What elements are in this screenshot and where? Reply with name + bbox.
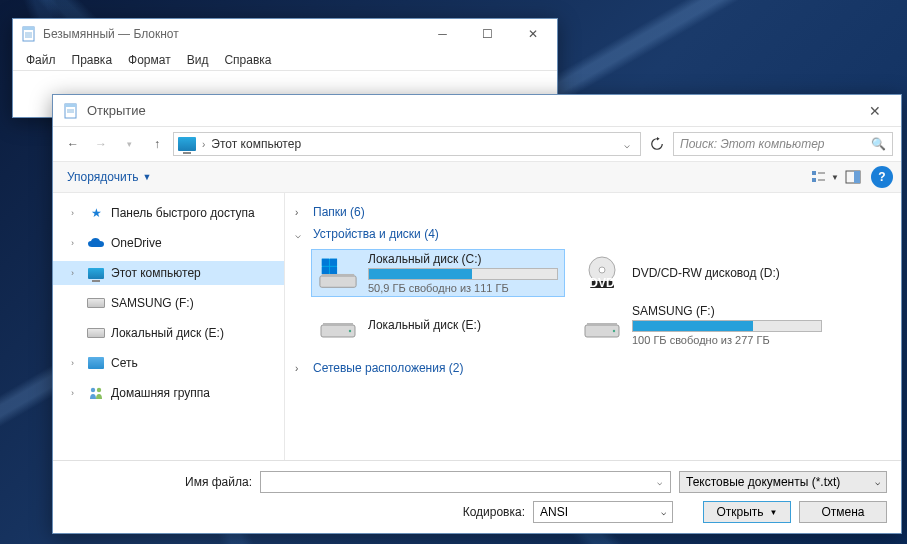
file-type-filter[interactable]: Текстовые документы (*.txt) ⌵ [679,471,887,493]
sidebar-item-quick-access[interactable]: › ★ Панель быстрого доступа [53,201,284,225]
view-options-button[interactable]: ▼ [811,165,839,189]
refresh-button[interactable] [645,132,669,156]
sidebar-item-onedrive[interactable]: › OneDrive [53,231,284,255]
sidebar-item-samsung[interactable]: SAMSUNG (F:) [53,291,284,315]
svg-rect-29 [323,323,353,326]
sidebar-item-local-e[interactable]: Локальный диск (E:) [53,321,284,345]
homegroup-icon [87,385,105,401]
section-network-locations[interactable]: › Сетевые расположения (2) [289,357,897,379]
close-button[interactable]: ✕ [855,97,895,125]
encoding-select[interactable]: ANSI ⌵ [533,501,673,523]
chevron-right-icon: › [295,207,307,218]
notepad-icon [63,103,79,119]
menu-edit[interactable]: Правка [65,51,120,69]
search-icon: 🔍 [871,137,886,151]
dvd-drive-icon: DVD [582,253,622,293]
svg-point-15 [91,388,95,392]
back-button[interactable]: ← [61,132,85,156]
encoding-label: Кодировка: [463,505,525,519]
cloud-icon [87,235,105,251]
sidebar-item-this-pc[interactable]: › Этот компьютер [53,261,284,285]
drive-icon [87,295,105,311]
menu-file[interactable]: Файл [19,51,63,69]
drive-item-e[interactable]: Локальный диск (E:) [311,301,565,349]
svg-point-16 [97,388,101,392]
svg-rect-9 [812,171,816,175]
svg-rect-18 [322,274,354,277]
up-button[interactable]: ↑ [145,132,169,156]
notepad-icon [21,26,37,42]
svg-rect-6 [65,104,76,107]
expand-icon: › [71,358,81,368]
section-folders[interactable]: › Папки (6) [289,201,897,223]
sidebar-item-homegroup[interactable]: › Домашняя группа [53,381,284,405]
svg-rect-21 [330,259,337,266]
search-placeholder: Поиск: Этот компьютер [680,137,871,151]
menu-format[interactable]: Формат [121,51,178,69]
svg-text:DVD: DVD [589,276,615,290]
content-area: › Папки (6) ⌵ Устройства и диски (4) Лок… [285,193,901,460]
notepad-title: Безымянный — Блокнот [43,27,420,41]
os-drive-icon [318,253,358,293]
svg-rect-20 [322,259,329,266]
drive-item-c[interactable]: Локальный диск (C:) 50,9 ГБ свободно из … [311,249,565,297]
preview-pane-button[interactable] [839,165,867,189]
forward-button[interactable]: → [89,132,113,156]
dialog-title: Открытие [87,103,855,118]
chevron-down-icon: ⌵ [661,507,666,517]
usage-bar [368,268,558,280]
chevron-right-icon: › [202,139,205,150]
file-open-dialog: Открытие ✕ ← → ▾ ↑ › Этот компьютер ⌵ По… [52,94,902,534]
notepad-titlebar[interactable]: Безымянный — Блокнот ─ ☐ ✕ [13,19,557,49]
menu-view[interactable]: Вид [180,51,216,69]
chevron-down-icon: ⌵ [875,477,880,487]
filename-label: Имя файла: [67,475,252,489]
nav-row: ← → ▾ ↑ › Этот компьютер ⌵ Поиск: Этот к… [53,127,901,161]
chevron-down-icon: ⌵ [295,229,307,240]
toolbar: Упорядочить ▼ ▼ ? [53,161,901,193]
hard-drive-icon [318,305,358,345]
expand-icon: › [71,268,81,278]
open-button[interactable]: Открыть▼ [703,501,791,523]
svg-point-30 [349,330,351,332]
close-button[interactable]: ✕ [510,20,555,48]
drive-item-f[interactable]: SAMSUNG (F:) 100 ГБ свободно из 277 ГБ [575,301,829,349]
maximize-button[interactable]: ☐ [465,20,510,48]
help-button[interactable]: ? [871,166,893,188]
this-pc-icon [87,265,105,281]
this-pc-icon [178,137,196,151]
address-bar[interactable]: › Этот компьютер ⌵ [173,132,641,156]
svg-rect-32 [587,323,617,326]
recent-button[interactable]: ▾ [117,132,141,156]
dialog-titlebar[interactable]: Открытие ✕ [53,95,901,127]
organize-button[interactable]: Упорядочить ▼ [61,166,157,188]
svg-rect-22 [322,267,329,274]
sidebar-item-network[interactable]: › Сеть [53,351,284,375]
filename-input[interactable]: ⌵ [260,471,671,493]
svg-rect-14 [854,171,860,183]
notepad-menubar: Файл Правка Формат Вид Справка [13,49,557,70]
chevron-right-icon: › [295,363,307,374]
location-text: Этот компьютер [211,137,612,151]
expand-icon: › [71,388,81,398]
expand-icon: › [71,238,81,248]
svg-rect-1 [23,27,34,30]
sidebar: › ★ Панель быстрого доступа › OneDrive ›… [53,193,285,460]
section-drives[interactable]: ⌵ Устройства и диски (4) [289,223,897,245]
network-icon [87,355,105,371]
expand-icon: › [71,208,81,218]
address-dropdown[interactable]: ⌵ [618,139,636,150]
svg-rect-23 [330,267,337,274]
hard-drive-icon [582,305,622,345]
usage-bar [632,320,822,332]
svg-rect-17 [320,276,356,287]
star-icon: ★ [87,205,105,221]
dialog-footer: Имя файла: ⌵ Текстовые документы (*.txt)… [53,460,901,533]
drive-item-d[interactable]: DVD DVD/CD-RW дисковод (D:) [575,249,829,297]
svg-point-25 [599,267,605,273]
cancel-button[interactable]: Отмена [799,501,887,523]
minimize-button[interactable]: ─ [420,20,465,48]
search-input[interactable]: Поиск: Этот компьютер 🔍 [673,132,893,156]
menu-help[interactable]: Справка [217,51,278,69]
chevron-down-icon: ▼ [142,172,151,182]
